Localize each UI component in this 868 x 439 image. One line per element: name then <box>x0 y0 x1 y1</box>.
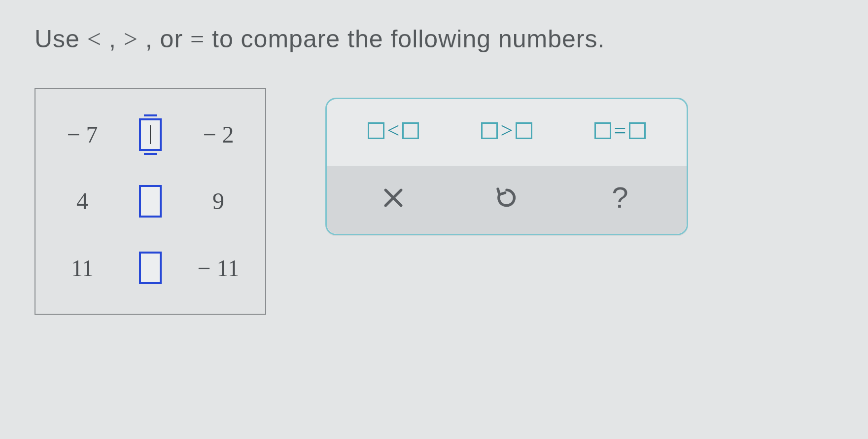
placeholder-box-icon <box>516 122 532 139</box>
operator-label: < <box>387 118 400 143</box>
placeholder-box-icon <box>629 122 646 139</box>
eq-symbol: = <box>190 25 205 53</box>
question-stage: Use < , > , or = to compare the followin… <box>0 0 868 439</box>
placeholder-box-icon <box>481 122 498 139</box>
operator-label: = <box>614 118 626 143</box>
answer-slot[interactable] <box>139 118 162 151</box>
comparison-row: 11 − 11 <box>50 252 250 284</box>
input-toolbox: < > = <box>325 98 688 235</box>
answer-box: − 7 − 2 4 9 11 − 11 <box>35 88 266 315</box>
operator-row: < > = <box>327 99 687 166</box>
prompt-text: , <box>102 25 124 53</box>
undo-icon <box>493 184 520 211</box>
placeholder-box-icon <box>402 122 419 139</box>
prompt-text: to compare the following numbers. <box>205 25 605 53</box>
right-number: − 11 <box>186 255 250 282</box>
right-number: − 2 <box>186 121 250 148</box>
left-number: − 7 <box>50 121 114 148</box>
x-icon <box>380 184 407 211</box>
help-button[interactable]: ? <box>603 181 637 215</box>
placeholder-box-icon <box>368 122 384 139</box>
content-row: − 7 − 2 4 9 11 − 11 < <box>35 88 833 315</box>
lt-symbol: < <box>87 25 102 53</box>
left-number: 11 <box>50 255 114 282</box>
comparison-row: − 7 − 2 <box>50 118 250 151</box>
right-number: 9 <box>186 187 250 215</box>
undo-button[interactable] <box>489 181 524 215</box>
equals-button[interactable]: = <box>594 118 646 143</box>
left-number: 4 <box>50 187 114 215</box>
question-mark-icon: ? <box>612 183 628 213</box>
answer-slot[interactable] <box>139 252 162 284</box>
placeholder-box-icon <box>594 122 611 139</box>
question-prompt: Use < , > , or = to compare the followin… <box>35 25 833 53</box>
prompt-text: , or <box>138 25 190 53</box>
gt-symbol: > <box>124 25 138 53</box>
less-than-button[interactable]: < <box>368 118 419 143</box>
answer-slot[interactable] <box>139 185 162 218</box>
clear-button[interactable] <box>376 181 411 215</box>
prompt-text: Use <box>35 25 87 53</box>
comparison-row: 4 9 <box>50 185 250 218</box>
greater-than-button[interactable]: > <box>481 118 533 143</box>
tool-row: ? <box>327 166 687 234</box>
operator-label: > <box>501 118 513 143</box>
